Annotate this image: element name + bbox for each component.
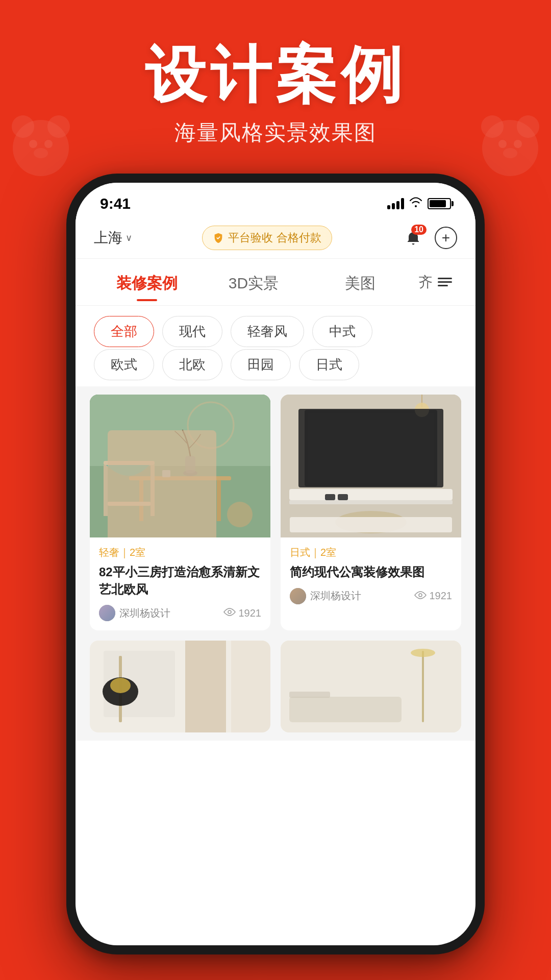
signal-icon	[387, 198, 404, 209]
svg-rect-50	[289, 692, 330, 698]
svg-rect-31	[289, 500, 453, 504]
author-name-1: 深圳杨设计	[119, 606, 170, 620]
svg-rect-13	[90, 395, 270, 466]
card-author-2: 深圳杨设计	[290, 588, 361, 604]
svg-rect-29	[308, 413, 434, 483]
card-title-2: 简约现代公寓装修效果图	[290, 564, 452, 581]
qi-text: 齐	[418, 273, 433, 292]
location-text: 上海	[94, 228, 122, 248]
phone-container: 9:41	[66, 174, 485, 954]
card-title-1: 82平小三房打造治愈系清新文艺北欧风	[99, 564, 261, 598]
svg-rect-23	[185, 456, 195, 473]
card-views-2: 1921	[414, 590, 453, 603]
card-image-1	[90, 395, 270, 537]
svg-rect-47	[422, 651, 424, 722]
svg-rect-28	[305, 410, 437, 486]
content-card-4[interactable]	[281, 641, 461, 732]
svg-point-22	[183, 470, 197, 476]
card-tag-1: 轻奢｜2室	[99, 546, 261, 559]
filter-chip-garden[interactable]: 田园	[231, 349, 291, 380]
svg-rect-20	[151, 465, 155, 516]
content-card-1[interactable]: 轻奢｜2室 82平小三房打造治愈系清新文艺北欧风 深圳杨设计	[90, 395, 270, 630]
svg-rect-44	[231, 641, 270, 732]
header-section: 设计案例 海量风格实景效果图	[0, 0, 551, 147]
eye-icon-2	[414, 590, 427, 603]
location-selector[interactable]: 上海 ∨	[94, 228, 132, 248]
filter-chips-row2: 欧式 北欧 田园 日式	[76, 349, 475, 386]
svg-point-36	[415, 403, 429, 417]
author-avatar-1	[99, 605, 115, 621]
sub-title: 海量风格实景效果图	[0, 118, 551, 147]
svg-rect-18	[104, 461, 155, 465]
svg-rect-17	[217, 480, 221, 521]
add-button[interactable]: +	[435, 227, 457, 249]
card-footer-2: 深圳杨设计 1921	[290, 588, 452, 604]
view-count-2: 1921	[430, 590, 453, 602]
filter-chip-japanese[interactable]: 日式	[299, 349, 359, 380]
tab-renovation-cases[interactable]: 装修案例	[94, 259, 201, 305]
filter-chip-chinese[interactable]: 中式	[312, 316, 372, 347]
tab-photos[interactable]: 美图	[307, 259, 413, 305]
phone-screen: 9:41	[76, 183, 475, 945]
svg-rect-24	[162, 470, 170, 477]
nav-tabs: 装修案例 3D实景 美图 齐	[76, 259, 475, 306]
card-image-4	[281, 641, 461, 732]
status-bar: 9:41	[76, 183, 475, 217]
filter-chip-all[interactable]: 全部	[94, 316, 154, 347]
tab-3d-scene[interactable]: 3D实景	[201, 259, 307, 305]
svg-rect-33	[325, 494, 335, 500]
svg-rect-15	[129, 476, 231, 480]
svg-point-37	[419, 594, 422, 597]
card-body-2: 日式｜2室 简约现代公寓装修效果图 深圳杨设计	[281, 537, 461, 614]
svg-point-5	[34, 148, 48, 158]
more-menu-button[interactable]: 齐	[413, 273, 457, 292]
svg-point-25	[228, 610, 231, 614]
header-actions: 10 +	[402, 227, 457, 249]
filter-chip-modern[interactable]: 现代	[162, 316, 222, 347]
status-icons	[387, 197, 451, 210]
menu-lines-icon	[438, 278, 452, 286]
room1-illustration	[90, 395, 270, 537]
svg-rect-49	[289, 697, 402, 722]
filter-chip-light-luxury[interactable]: 轻奢风	[231, 316, 304, 347]
svg-rect-34	[338, 494, 348, 500]
card-image-3	[90, 641, 270, 732]
verify-text: 平台验收 合格付款	[228, 230, 321, 246]
svg-point-42	[110, 678, 131, 693]
battery-icon	[428, 198, 451, 209]
verify-badge: 平台验收 合格付款	[202, 226, 332, 250]
filter-chip-nordic[interactable]: 北欧	[162, 349, 222, 380]
status-time: 9:41	[100, 195, 131, 212]
author-name-2: 深圳杨设计	[310, 589, 361, 603]
app-header: 上海 ∨ 平台验收 合格付款 10	[76, 217, 475, 259]
eye-icon-1	[223, 606, 236, 620]
card-author-1: 深圳杨设计	[99, 605, 170, 621]
wifi-icon	[409, 197, 422, 210]
shield-icon	[213, 232, 224, 243]
card-body-1: 轻奢｜2室 82平小三房打造治愈系清新文艺北欧风 深圳杨设计	[90, 537, 270, 630]
main-title: 设计案例	[0, 41, 551, 108]
svg-point-32	[335, 511, 407, 533]
svg-point-11	[503, 148, 517, 158]
room3-illustration	[90, 641, 270, 732]
svg-rect-19	[104, 465, 108, 516]
content-card-3[interactable]	[90, 641, 270, 732]
author-avatar-2	[290, 588, 306, 604]
room2-illustration	[281, 395, 461, 537]
svg-point-48	[411, 649, 435, 657]
notification-button[interactable]: 10	[402, 227, 424, 249]
card-tag-2: 日式｜2室	[290, 546, 452, 559]
filter-chip-european[interactable]: 欧式	[94, 349, 154, 380]
svg-rect-43	[185, 641, 226, 732]
content-grid: 轻奢｜2室 82平小三房打造治愈系清新文艺北欧风 深圳杨设计	[76, 386, 475, 741]
notification-badge: 10	[411, 225, 427, 235]
filter-chips-container: 全部 现代 轻奢风 中式	[76, 306, 475, 349]
svg-rect-21	[108, 502, 151, 506]
view-count-1: 1921	[239, 607, 262, 619]
chevron-down-icon: ∨	[126, 232, 132, 243]
room4-illustration	[281, 641, 461, 732]
svg-rect-30	[289, 489, 453, 500]
card-views-1: 1921	[223, 606, 262, 620]
phone-frame: 9:41	[66, 174, 485, 954]
content-card-2[interactable]: 日式｜2室 简约现代公寓装修效果图 深圳杨设计	[281, 395, 461, 630]
